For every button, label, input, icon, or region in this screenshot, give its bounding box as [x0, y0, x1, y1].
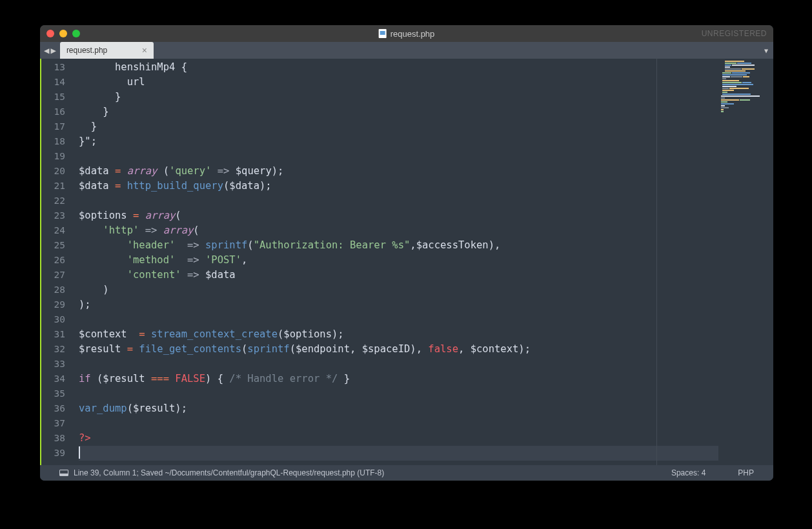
titlebar[interactable]: request.php UNREGISTERED — [40, 25, 773, 42]
code-line[interactable]: } — [79, 105, 773, 119]
line-number[interactable]: 16 — [41, 105, 76, 119]
code-line[interactable] — [79, 416, 773, 431]
line-number[interactable]: 34 — [41, 372, 76, 386]
code-line[interactable]: url — [79, 75, 773, 90]
panel-icon[interactable] — [59, 470, 68, 476]
line-number[interactable]: 20 — [41, 164, 76, 179]
code-line[interactable]: $result = file_get_contents(sprintf($end… — [79, 342, 773, 357]
window-title: request.php — [379, 29, 435, 39]
line-number[interactable]: 22 — [41, 194, 76, 208]
tab-active[interactable]: request.php × — [60, 42, 154, 59]
status-left: Line 39, Column 1; Saved ~/Documents/Con… — [59, 468, 384, 477]
status-language[interactable]: PHP — [738, 468, 754, 477]
window-title-text: request.php — [391, 29, 435, 39]
line-number[interactable]: 18 — [41, 134, 76, 149]
code-line[interactable]: } — [79, 119, 773, 134]
code-line[interactable]: var_dump($result); — [79, 401, 773, 416]
code-line[interactable]: 'http' => array( — [79, 223, 773, 238]
line-number[interactable]: 35 — [41, 386, 76, 401]
code-line[interactable]: ?> — [79, 431, 773, 446]
text-cursor — [79, 446, 80, 459]
minimize-window-icon[interactable] — [59, 30, 67, 37]
minimap[interactable] — [718, 59, 773, 465]
line-number[interactable]: 26 — [41, 253, 76, 268]
code-line[interactable] — [79, 149, 773, 164]
ruler — [656, 59, 657, 465]
status-spaces[interactable]: Spaces: 4 — [671, 468, 705, 477]
code-line[interactable] — [79, 446, 773, 461]
editor-area: 1314151617181920212223242526272829303132… — [40, 59, 773, 465]
code-line[interactable]: $data = http_build_query($data); — [79, 179, 773, 194]
line-number[interactable]: 28 — [41, 283, 76, 297]
code-line[interactable]: $context = stream_context_create($option… — [79, 327, 773, 342]
nav-back-icon[interactable]: ◀ — [44, 46, 49, 55]
code-line[interactable] — [79, 312, 773, 327]
code-line[interactable]: $data = array ('query' => $query); — [79, 164, 773, 179]
code-line[interactable]: $options = array( — [79, 208, 773, 223]
status-bar: Line 39, Column 1; Saved ~/Documents/Con… — [40, 465, 773, 481]
line-number-gutter[interactable]: 1314151617181920212223242526272829303132… — [40, 59, 76, 465]
line-number[interactable]: 23 — [41, 208, 76, 223]
code-line[interactable] — [79, 386, 773, 401]
nav-arrows: ◀ ▶ — [40, 42, 60, 59]
tab-overflow-icon[interactable]: ▼ — [764, 47, 768, 54]
code-line[interactable]: }"; — [79, 134, 773, 149]
line-number[interactable]: 21 — [41, 179, 76, 194]
line-number[interactable]: 17 — [41, 119, 76, 134]
file-icon — [379, 29, 387, 38]
line-number[interactable]: 13 — [41, 60, 76, 75]
line-number[interactable]: 33 — [41, 357, 76, 372]
tab-bar: ◀ ▶ request.php × ▼ — [40, 42, 773, 59]
line-number[interactable]: 29 — [41, 297, 76, 312]
code-line[interactable]: 'method' => 'POST', — [79, 253, 773, 268]
line-number[interactable]: 24 — [41, 223, 76, 238]
line-number[interactable]: 25 — [41, 238, 76, 253]
line-number[interactable]: 36 — [41, 401, 76, 416]
status-text[interactable]: Line 39, Column 1; Saved ~/Documents/Con… — [74, 468, 384, 477]
editor-window: request.php UNREGISTERED ◀ ▶ request.php… — [40, 25, 773, 481]
code-line[interactable]: ); — [79, 297, 773, 312]
line-number[interactable]: 37 — [41, 416, 76, 431]
code-line[interactable]: henshinMp4 { — [79, 60, 773, 75]
code-line[interactable]: 'header' => sprintf("Authorization: Bear… — [79, 238, 773, 253]
traffic-lights — [46, 30, 80, 37]
code-line[interactable] — [79, 194, 773, 208]
line-number[interactable]: 15 — [41, 90, 76, 105]
code-line[interactable]: 'content' => $data — [79, 268, 773, 283]
close-window-icon[interactable] — [46, 30, 54, 37]
line-number[interactable]: 19 — [41, 149, 76, 164]
code-line[interactable]: } — [79, 90, 773, 105]
line-number[interactable]: 39 — [41, 446, 76, 461]
line-number[interactable]: 14 — [41, 75, 76, 90]
tab-close-icon[interactable]: × — [142, 45, 147, 55]
line-number[interactable]: 30 — [41, 312, 76, 327]
nav-forward-icon[interactable]: ▶ — [50, 46, 56, 55]
line-number[interactable]: 32 — [41, 342, 76, 357]
code-line[interactable] — [79, 357, 773, 372]
maximize-window-icon[interactable] — [72, 30, 80, 37]
code-line[interactable]: ) — [79, 283, 773, 297]
line-number[interactable]: 27 — [41, 268, 76, 283]
code-line[interactable]: if ($result === FALSE) { /* Handle error… — [79, 372, 773, 386]
status-right: Spaces: 4 PHP — [671, 468, 754, 477]
registration-status: UNREGISTERED — [702, 29, 767, 38]
tab-label: request.php — [66, 46, 107, 55]
line-number[interactable]: 31 — [41, 327, 76, 342]
line-number[interactable]: 38 — [41, 431, 76, 446]
code-editor[interactable]: henshinMp4 { url } } }}";$data = array (… — [76, 59, 773, 465]
